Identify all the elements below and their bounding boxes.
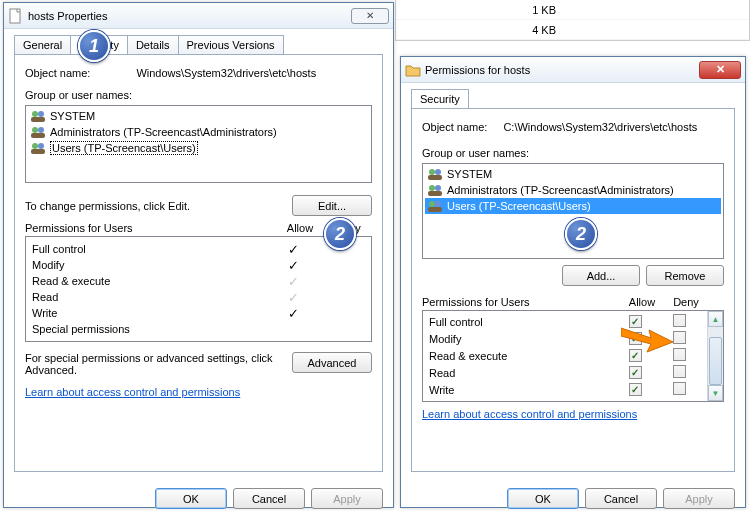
- svg-rect-18: [428, 207, 442, 212]
- advanced-button[interactable]: Advanced: [292, 352, 372, 373]
- perm-name: Full control: [429, 316, 613, 328]
- perm-name: Write: [429, 384, 613, 396]
- window-title: hosts Properties: [28, 10, 351, 22]
- svg-marker-19: [621, 328, 673, 352]
- scroll-thumb[interactable]: [709, 337, 722, 385]
- object-path: C:\Windows\System32\drivers\etc\hosts: [503, 121, 697, 133]
- group-icon: [30, 125, 46, 139]
- group-icon: [427, 199, 443, 213]
- svg-point-11: [435, 169, 441, 175]
- tab-strip: Security: [411, 89, 735, 109]
- deny-checkbox[interactable]: [673, 348, 686, 361]
- perm-header: Permissions for Users: [25, 222, 276, 234]
- ok-button[interactable]: OK: [507, 488, 579, 509]
- list-item[interactable]: SYSTEM: [425, 166, 721, 182]
- group-icon: [427, 183, 443, 197]
- svg-point-7: [32, 143, 38, 149]
- list-item-label: Administrators (TP-Screencast\Administra…: [447, 184, 674, 196]
- svg-rect-0: [10, 9, 20, 23]
- remove-button[interactable]: Remove: [646, 265, 724, 286]
- add-button[interactable]: Add...: [562, 265, 640, 286]
- tab-general[interactable]: General: [14, 35, 71, 55]
- perm-row: Special permissions: [32, 321, 365, 337]
- edit-hint: To change permissions, click Edit.: [25, 200, 292, 212]
- folder-icon: [405, 62, 421, 78]
- object-name-label: Object name:: [422, 121, 487, 133]
- perm-row: Read✓: [32, 289, 365, 305]
- perm-row: Write✓: [32, 305, 365, 321]
- svg-point-2: [38, 111, 44, 117]
- svg-point-1: [32, 111, 38, 117]
- list-item[interactable]: Users (TP-Screencast\Users): [425, 198, 721, 214]
- tab-security[interactable]: Security: [411, 89, 469, 109]
- apply-button[interactable]: Apply: [663, 488, 735, 509]
- list-item-label: Users (TP-Screencast\Users): [447, 200, 591, 212]
- titlebar[interactable]: Permissions for hosts ✕: [401, 57, 745, 83]
- svg-point-17: [435, 201, 441, 207]
- allow-cell: ✓: [269, 307, 317, 320]
- scroll-up-button[interactable]: ▲: [708, 311, 723, 327]
- allow-cell: ✓: [269, 243, 317, 256]
- list-item-system[interactable]: SYSTEM: [28, 108, 369, 124]
- list-item-label: SYSTEM: [447, 168, 492, 180]
- perm-name: Read & execute: [429, 350, 613, 362]
- help-link[interactable]: Learn about access control and permissio…: [25, 386, 240, 398]
- svg-rect-15: [428, 191, 442, 196]
- ok-button[interactable]: OK: [155, 488, 227, 509]
- list-item-label: Users (TP-Screencast\Users): [50, 141, 198, 155]
- svg-point-14: [435, 185, 441, 191]
- annotation-arrow: [621, 324, 673, 354]
- titlebar[interactable]: hosts Properties ✕: [4, 3, 393, 29]
- object-name-label: Object name:: [25, 67, 90, 79]
- cancel-button[interactable]: Cancel: [585, 488, 657, 509]
- scrollbar[interactable]: ▲ ▼: [707, 311, 723, 401]
- help-link[interactable]: Learn about access control and permissio…: [422, 408, 637, 420]
- window-title: Permissions for hosts: [425, 64, 699, 76]
- list-item-label: Administrators (TP-Screencast\Administra…: [50, 126, 277, 138]
- perm-row: Modify✓: [32, 257, 365, 273]
- perm-name: Special permissions: [32, 323, 269, 335]
- perm-name: Write: [32, 307, 269, 319]
- list-item-admins[interactable]: Administrators (TP-Screencast\Administra…: [28, 124, 369, 140]
- file-size: 1 KB: [496, 4, 556, 16]
- edit-button[interactable]: Edit...: [292, 195, 372, 216]
- allow-cell: ✓: [269, 275, 317, 288]
- perm-name: Modify: [32, 259, 269, 271]
- perm-name: Modify: [429, 333, 613, 345]
- advanced-hint: For special permissions or advanced sett…: [25, 352, 292, 376]
- deny-checkbox[interactable]: [673, 331, 686, 344]
- perm-row: Read: [429, 364, 701, 381]
- close-button[interactable]: ✕: [699, 61, 741, 79]
- object-path: Windows\System32\drivers\etc\hosts: [136, 67, 316, 79]
- svg-rect-12: [428, 175, 442, 180]
- perm-row: Read & execute✓: [32, 273, 365, 289]
- file-list-background: 1 KB 4 KB: [395, 0, 750, 41]
- perm-name: Read: [32, 291, 269, 303]
- permissions-readonly-list: Full control✓Modify✓Read & execute✓Read✓…: [25, 236, 372, 342]
- scroll-down-button[interactable]: ▼: [708, 385, 723, 401]
- group-label: Group or user names:: [25, 89, 132, 101]
- perm-name: Read & execute: [32, 275, 269, 287]
- annotation-badge-2a: 2: [324, 218, 356, 250]
- tab-details[interactable]: Details: [127, 35, 179, 55]
- deny-checkbox[interactable]: [673, 382, 686, 395]
- tab-previous-versions[interactable]: Previous Versions: [178, 35, 284, 55]
- perm-name: Read: [429, 367, 613, 379]
- svg-rect-6: [31, 133, 45, 138]
- list-item-users[interactable]: Users (TP-Screencast\Users): [28, 140, 369, 156]
- file-icon: [8, 8, 24, 24]
- close-button[interactable]: ✕: [351, 8, 389, 24]
- allow-cell: ✓: [269, 259, 317, 272]
- svg-rect-3: [31, 117, 45, 122]
- deny-checkbox[interactable]: [673, 314, 686, 327]
- svg-point-10: [429, 169, 435, 175]
- col-allow: Allow: [620, 296, 664, 308]
- apply-button[interactable]: Apply: [311, 488, 383, 509]
- deny-checkbox[interactable]: [673, 365, 686, 378]
- group-listbox[interactable]: SYSTEM Administrators (TP-Screencast\Adm…: [25, 105, 372, 183]
- list-item[interactable]: Administrators (TP-Screencast\Administra…: [425, 182, 721, 198]
- cancel-button[interactable]: Cancel: [233, 488, 305, 509]
- perm-name: Full control: [32, 243, 269, 255]
- allow-checkbox[interactable]: [629, 383, 642, 396]
- allow-checkbox[interactable]: [629, 366, 642, 379]
